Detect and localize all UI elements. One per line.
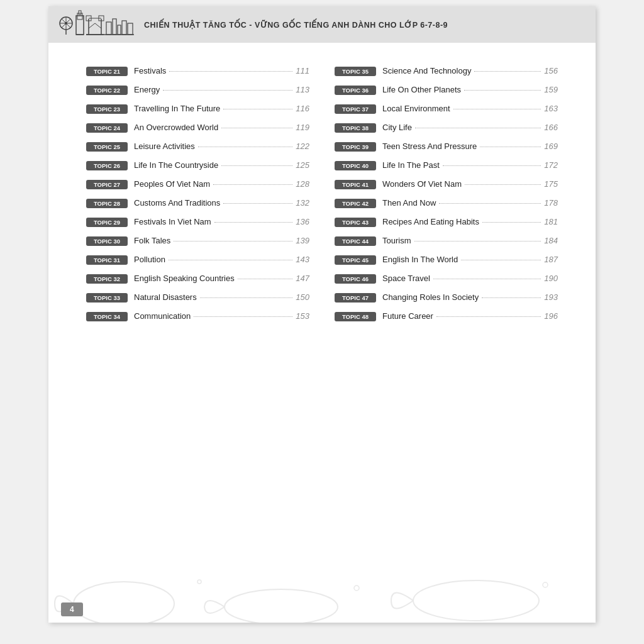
- topic-badge: TOPIC 23: [86, 104, 128, 114]
- topic-page: 119: [296, 123, 309, 132]
- topic-page: 190: [544, 274, 558, 283]
- topic-badge: TOPIC 29: [86, 218, 128, 227]
- topic-row: TOPIC 35Science And Technology156: [335, 62, 558, 80]
- topic-row: TOPIC 29Festivals In Viet Nam136: [86, 213, 309, 231]
- svg-line-18: [95, 23, 101, 28]
- topic-title: Science And Technology: [382, 66, 471, 75]
- topic-title: Folk Tales: [134, 236, 170, 245]
- topic-page: 181: [544, 217, 558, 226]
- topic-title: Space Travel: [382, 274, 430, 283]
- topic-badge: TOPIC 21: [86, 67, 128, 76]
- topic-row: TOPIC 25Leisure Activities122: [86, 137, 309, 156]
- topic-dots: [163, 90, 292, 91]
- topic-title: Tourism: [382, 236, 411, 245]
- topic-row: TOPIC 38City Life166: [335, 118, 558, 137]
- topic-title: Wonders Of Viet Nam: [382, 179, 462, 189]
- decoration-fish: [48, 553, 596, 623]
- topic-dots: [223, 203, 292, 204]
- topic-title: Changing Roles In Society: [382, 292, 479, 302]
- header: CHIẾN THUẬT TĂNG TỐC - VỮNG GỐC TIẾNG AN…: [48, 6, 596, 43]
- topic-badge: TOPIC 22: [86, 86, 128, 95]
- svg-point-25: [74, 582, 174, 623]
- content: TOPIC 21Festivals111TOPIC 22Energy113TOP…: [48, 43, 596, 338]
- topic-title: Peoples Of Viet Nam: [134, 179, 210, 189]
- topic-page: 169: [544, 142, 558, 151]
- topic-row: TOPIC 45English In The World187: [335, 250, 558, 269]
- topic-title: Life In The Countryside: [134, 160, 218, 170]
- topic-badge: TOPIC 42: [335, 199, 376, 208]
- topic-title: Local Environment: [382, 104, 450, 113]
- topic-badge: TOPIC 37: [335, 104, 376, 114]
- topic-badge: TOPIC 33: [86, 293, 128, 303]
- topic-badge: TOPIC 38: [335, 123, 376, 133]
- topic-dots: [415, 128, 541, 128]
- topic-dots: [238, 279, 293, 279]
- topic-dots: [221, 128, 292, 128]
- topic-title: English Speaking Countries: [134, 274, 235, 283]
- svg-rect-19: [106, 22, 111, 35]
- topic-dots: [194, 316, 292, 317]
- topic-page: 166: [544, 123, 558, 132]
- topic-dots: [223, 109, 292, 109]
- topic-row: TOPIC 48Future Career196: [335, 307, 558, 326]
- topic-badge: TOPIC 27: [86, 180, 128, 189]
- topic-title: An Overcrowded World: [134, 123, 218, 132]
- topic-dots: [482, 222, 541, 223]
- topic-page: 184: [544, 236, 558, 245]
- topic-page: 132: [296, 198, 309, 208]
- topic-badge: TOPIC 47: [335, 293, 376, 303]
- topic-row: TOPIC 40Life In The Past172: [335, 156, 558, 175]
- topic-badge: TOPIC 24: [86, 123, 128, 133]
- svg-rect-23: [128, 23, 133, 35]
- topic-page: 116: [296, 104, 309, 113]
- topic-dots: [480, 147, 541, 147]
- topic-title: Communication: [134, 311, 191, 321]
- topic-row: TOPIC 47Changing Roles In Society193: [335, 288, 558, 307]
- topic-badge: TOPIC 43: [335, 218, 376, 227]
- topic-page: 193: [544, 292, 558, 302]
- topic-dots: [453, 109, 541, 109]
- topic-dots: [414, 241, 541, 242]
- header-icon: [58, 9, 134, 40]
- topic-badge: TOPIC 30: [86, 236, 128, 246]
- topic-row: TOPIC 21Festivals111: [86, 62, 309, 80]
- svg-rect-21: [118, 25, 121, 35]
- topic-row: TOPIC 30Folk Tales139: [86, 231, 309, 250]
- topic-badge: TOPIC 31: [86, 255, 128, 265]
- topics-left-column: TOPIC 21Festivals111TOPIC 22Energy113TOP…: [86, 62, 309, 326]
- topic-page: 163: [544, 104, 558, 113]
- topic-page: 187: [544, 255, 558, 264]
- topic-dots: [461, 260, 541, 260]
- topic-row: TOPIC 22Energy113: [86, 80, 309, 99]
- topic-row: TOPIC 26Life In The Countryside125: [86, 156, 309, 175]
- svg-line-17: [89, 23, 95, 28]
- topic-row: TOPIC 43Recipes And Eating Habits181: [335, 213, 558, 231]
- topic-dots: [465, 184, 541, 185]
- topic-title: Energy: [134, 85, 160, 94]
- topic-row: TOPIC 28Customs And Traditions132: [86, 194, 309, 213]
- topic-dots: [169, 71, 292, 72]
- topic-title: Recipes And Eating Habits: [382, 217, 479, 226]
- topic-row: TOPIC 42Then And Now178: [335, 194, 558, 213]
- topic-title: Festivals In Viet Nam: [134, 217, 211, 226]
- topic-page: 159: [544, 85, 558, 94]
- topic-dots: [436, 316, 541, 317]
- topic-row: TOPIC 46Space Travel190: [335, 269, 558, 288]
- topic-row: TOPIC 24An Overcrowded World119: [86, 118, 309, 137]
- topic-row: TOPIC 36Life On Other Planets159: [335, 80, 558, 99]
- topic-page: 111: [296, 66, 309, 75]
- svg-rect-22: [122, 21, 126, 35]
- svg-rect-20: [113, 19, 116, 35]
- topic-page: 172: [544, 160, 558, 170]
- header-title: CHIẾN THUẬT TĂNG TỐC - VỮNG GỐC TIẾNG AN…: [144, 20, 448, 30]
- topic-badge: TOPIC 28: [86, 199, 128, 208]
- topic-title: Life In The Past: [382, 160, 440, 170]
- topic-badge: TOPIC 25: [86, 142, 128, 152]
- topic-title: Life On Other Planets: [382, 85, 461, 94]
- topic-badge: TOPIC 40: [335, 161, 376, 170]
- topic-title: Pollution: [134, 255, 165, 264]
- topic-dots: [200, 297, 293, 298]
- topic-row: TOPIC 33Natural Disasters150: [86, 288, 309, 307]
- topic-dots: [433, 279, 541, 279]
- topic-dots: [214, 222, 293, 223]
